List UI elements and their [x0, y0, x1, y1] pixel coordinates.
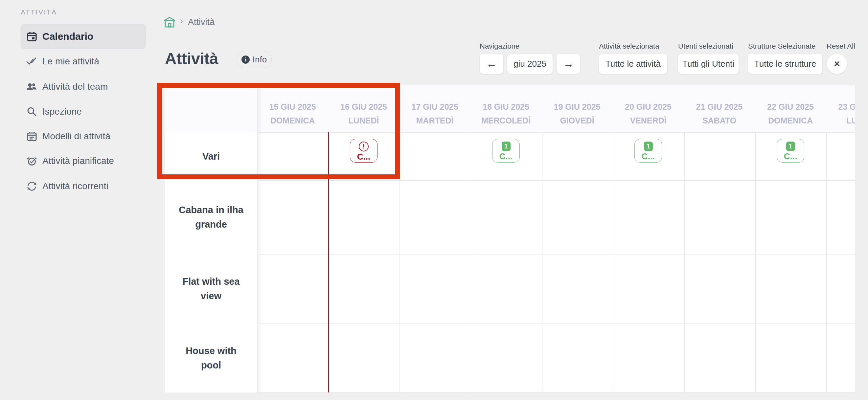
calendar-icon: [26, 31, 37, 42]
grid-divider: [542, 132, 542, 393]
planned-timer-icon: [26, 155, 37, 167]
day-header: 16 GIU 2025LUNEDÌ: [328, 86, 400, 132]
structures-filter-value: Tutte le strutture: [754, 59, 816, 69]
event-badge-label: C...: [784, 152, 797, 162]
row-label-cabana: Cabana in ilha grande: [165, 180, 257, 254]
event-badge-label: C...: [642, 152, 655, 162]
breadcrumb-current: Attività: [188, 17, 215, 27]
sidebar-item-label: Attività del team: [42, 81, 108, 92]
sidebar-item-label: Le mie attività: [42, 56, 99, 67]
prev-period-button[interactable]: ←: [480, 54, 503, 74]
row-label-vari: Vari: [165, 132, 257, 180]
grid-divider: [165, 180, 855, 181]
arrow-left-icon: ←: [486, 58, 497, 70]
users-filter-button[interactable]: Tutti gli Utenti: [678, 54, 739, 74]
event-badge[interactable]: 1 C...: [777, 139, 804, 163]
current-day-line: [328, 132, 330, 393]
sidebar: ATTIVITÀ Calendario Le mie attività Atti…: [0, 0, 154, 400]
day-header: 19 GIU 2025GIOVEDÌ: [541, 86, 613, 132]
day-header: 18 GIU 2025MERCOLEDÌ: [470, 86, 542, 132]
activity-filter-label: Attività selezionata: [599, 42, 659, 51]
event-badge[interactable]: 1 C...: [492, 139, 520, 163]
event-badge-label: C...: [357, 152, 370, 162]
grid-divider: [613, 132, 614, 393]
close-icon: ✕: [834, 60, 840, 69]
period-button[interactable]: giu 2025: [507, 54, 553, 74]
sidebar-section-label: ATTIVITÀ: [21, 8, 57, 16]
grid-divider: [165, 324, 855, 324]
grid-divider: [755, 132, 756, 393]
recurring-icon: [26, 180, 37, 192]
event-count-badge: 1: [502, 141, 510, 151]
sidebar-item-label: Attività ricorrenti: [42, 181, 108, 192]
row-label-house: House with pool: [165, 324, 257, 393]
next-period-button[interactable]: →: [557, 54, 580, 74]
grid-background: [165, 132, 855, 393]
activities-calendar-page: ATTIVITÀ Calendario Le mie attività Atti…: [0, 0, 868, 400]
day-header: 20 GIU 2025VENERDÌ: [613, 86, 684, 132]
calendar-grid: 15 GIU 2025DOMENICA 16 GIU 2025LUNEDÌ 17…: [165, 86, 855, 393]
sidebar-item-attivita-pianificate[interactable]: Attività pianificate: [20, 153, 146, 168]
sidebar-item-label: Ispezione: [42, 106, 82, 117]
row-label-flat: Flat with sea view: [165, 254, 257, 324]
event-badge[interactable]: 1 C...: [634, 139, 662, 163]
sidebar-item-label: Calendario: [42, 31, 93, 42]
double-check-icon: [26, 56, 37, 67]
day-header: 22 GIU 2025DOMENICA: [755, 86, 826, 132]
search-icon: [26, 106, 37, 117]
grid-divider: [400, 132, 400, 393]
grid-divider: [826, 132, 827, 393]
reset-all-label: Reset All: [827, 42, 855, 51]
structures-filter-label: Strutture Selezionate: [748, 42, 815, 51]
structures-filter-button[interactable]: Tutte le strutture: [748, 54, 822, 74]
team-icon: [26, 81, 37, 92]
day-header: 17 GIU 2025MARTEDÌ: [399, 86, 470, 132]
event-count-badge: 1: [644, 141, 653, 151]
sidebar-item-calendario[interactable]: Calendario: [20, 24, 146, 49]
page-title: Attività: [165, 49, 218, 68]
navigation-label: Navigazione: [480, 42, 520, 51]
alert-circle-icon: !: [359, 141, 369, 152]
activity-filter-value: Tutte le attività: [606, 59, 661, 69]
sidebar-item-modelli-di-attivita[interactable]: Modelli di attività: [20, 129, 146, 144]
info-button-label: Info: [253, 55, 267, 65]
grid-divider: [165, 392, 855, 393]
info-icon: i: [242, 56, 250, 64]
event-count-badge: 1: [786, 141, 795, 151]
calendar-template-icon: [26, 131, 37, 142]
grid-divider: [471, 132, 471, 393]
day-header: 23 GIU 2025LUNEDÌ: [826, 86, 855, 132]
sidebar-item-le-mie-attivita[interactable]: Le mie attività: [20, 54, 146, 69]
reset-all-button[interactable]: ✕: [827, 54, 847, 74]
arrow-right-icon: →: [563, 58, 574, 70]
sidebar-item-label: Modelli di attività: [42, 131, 111, 141]
sidebar-item-ispezione[interactable]: Ispezione: [20, 104, 146, 119]
event-badge-alert[interactable]: ! C...: [350, 139, 377, 163]
label-column-shadow: [257, 86, 263, 393]
grid-divider: [684, 132, 685, 393]
breadcrumb-separator: ›: [180, 15, 183, 26]
users-filter-value: Tutti gli Utenti: [682, 59, 734, 69]
day-header: 15 GIU 2025DOMENICA: [257, 86, 328, 132]
info-button[interactable]: i Info: [237, 51, 272, 68]
activity-filter-button[interactable]: Tutte le attività: [599, 54, 667, 74]
day-header: 21 GIU 2025SABATO: [684, 86, 755, 132]
sidebar-item-attivita-ricorrenti[interactable]: Attività ricorrenti: [20, 179, 146, 194]
sidebar-item-label: Attività pianificate: [42, 156, 114, 166]
period-label: giu 2025: [514, 59, 546, 69]
home-icon[interactable]: [163, 16, 177, 28]
grid-divider: [165, 132, 855, 133]
event-badge-label: C...: [499, 152, 513, 162]
users-filter-label: Utenti selezionati: [678, 42, 733, 51]
sidebar-item-attivita-del-team[interactable]: Attività del team: [20, 79, 146, 94]
grid-divider: [165, 254, 855, 255]
